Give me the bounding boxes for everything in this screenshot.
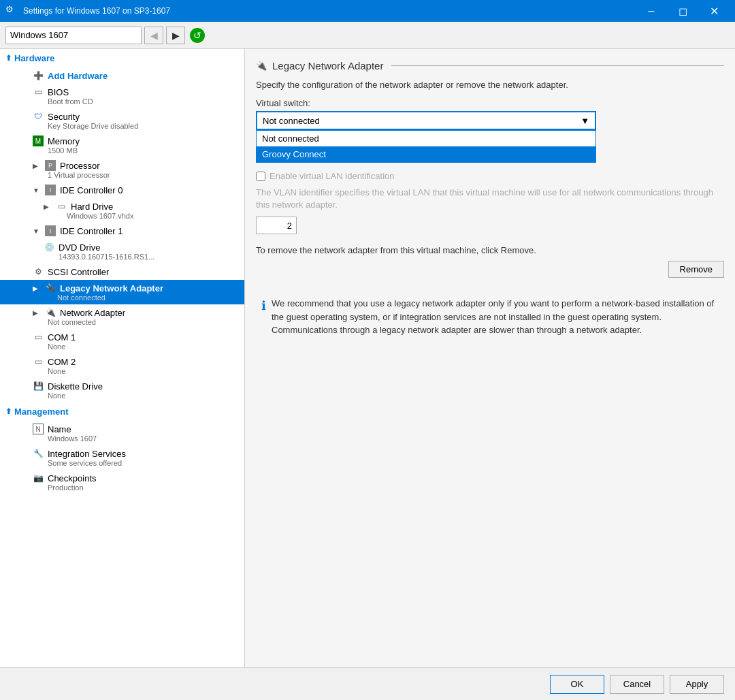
integration-sublabel: Some services offered [48,459,239,467]
harddrive-expand-icon: ▶ [44,203,52,210]
sidebar-item-com1[interactable]: ▭ COM 1 None [0,329,244,353]
com2-icon: ▭ [33,356,44,367]
sidebar-item-name[interactable]: N Name Windows 1607 [0,421,244,445]
processor-icon: P [45,160,56,171]
panel-content-below-dropdown: Enable virtual LAN identification The VL… [256,171,724,343]
vm-selector-wrapper: Windows 1607 [5,27,142,44]
processor-expand-icon: ▶ [33,162,41,170]
sidebar-item-scsi[interactable]: ⚙ SCSI Controller [0,264,244,280]
diskette-icon: 💾 [33,381,44,392]
sidebar-item-ide0[interactable]: ▼ I IDE Controller 0 [0,182,244,198]
com1-sublabel: None [48,343,239,351]
ide0-label: IDE Controller 0 [60,185,122,195]
processor-label: Processor [60,161,100,171]
forward-button[interactable]: ▶ [166,27,185,44]
refresh-button[interactable]: ↺ [188,26,207,45]
legacy-net-expand-icon: ▶ [33,285,41,292]
sidebar: ⬆ Hardware ➕ Add Hardware ▭ BIOS Boot fr… [0,49,245,667]
security-sublabel: Key Storage Drive disabled [48,122,239,130]
ok-button[interactable]: OK [550,675,604,694]
dropdown-option-not-connected[interactable]: Not connected [257,131,595,146]
vlan-input[interactable] [256,217,297,234]
security-icon: 🛡 [33,111,44,122]
vlan-checkbox-row: Enable virtual LAN identification [256,171,724,181]
checkpoints-sublabel: Production [48,483,239,492]
sidebar-item-bios[interactable]: ▭ BIOS Boot from CD [0,84,244,108]
harddrive-icon: ▭ [56,201,67,212]
hardware-section-header[interactable]: ⬆ Hardware [0,49,244,67]
memory-icon: M [33,136,44,146]
network-sublabel: Not connected [48,318,239,326]
network-expand-icon: ▶ [33,309,41,317]
ide0-expand-icon: ▼ [33,187,41,194]
scsi-label: SCSI Controller [48,267,109,277]
panel-header-icon: 🔌 [256,61,267,71]
com2-sublabel: None [48,367,239,375]
com1-label: COM 1 [48,332,76,343]
sidebar-item-network[interactable]: ▶ 🔌 Network Adapter Not connected [0,304,244,329]
dvd-sublabel: 14393.0.160715-1616.RS1... [59,253,239,261]
com2-label: COM 2 [48,357,76,367]
sidebar-item-legacy-net[interactable]: ▶ 🔌 Legacy Network Adapter Not connected [0,280,244,304]
info-text: We recommend that you use a legacy netwo… [272,297,719,337]
management-section-header[interactable]: ⬆ Management [0,402,244,421]
restore-button[interactable]: ◻ [667,0,698,22]
com1-icon: ▭ [33,332,44,343]
sidebar-item-diskette[interactable]: 💾 Diskette Drive None [0,378,244,402]
bios-sublabel: Boot from CD [48,97,239,106]
hardware-collapse-icon: ⬆ [5,54,12,63]
title-bar: ⚙ Settings for Windows 1607 on SP3-1607 … [0,0,735,22]
main-container: Windows 1607 ◀ ▶ ↺ ⬆ Hardware ➕ Add Hard… [0,22,735,700]
vm-selector[interactable]: Windows 1607 [5,27,142,44]
integration-icon: 🔧 [33,448,44,459]
diskette-label: Diskette Drive [48,381,103,392]
panel-divider [391,65,724,66]
name-sublabel: Windows 1607 [48,434,239,443]
dropdown-popup: Not connected Groovy Connect [256,130,596,163]
enable-vlan-label: Enable virtual LAN identification [270,171,395,181]
back-button[interactable]: ◀ [144,27,163,44]
dvd-label: DVD Drive [59,242,100,253]
vlan-description: The VLAN identifier specifies the virtua… [256,187,724,211]
virtual-switch-label: Virtual switch: [256,98,724,108]
cancel-button[interactable]: Cancel [610,675,664,694]
sidebar-item-processor[interactable]: ▶ P Processor 1 Virtual processor [0,157,244,182]
remove-description: To remove the network adapter from this … [256,245,724,255]
info-icon: ℹ [261,298,266,337]
security-label: Security [48,112,80,122]
sidebar-item-checkpoints[interactable]: 📷 Checkpoints Production [0,470,244,494]
ide1-label: IDE Controller 1 [60,226,122,236]
hardware-section-label: Hardware [14,53,54,63]
enable-vlan-checkbox[interactable] [256,172,265,181]
info-box: ℹ We recommend that you use a legacy net… [256,291,724,343]
minimize-button[interactable]: – [636,0,667,22]
name-icon: N [33,424,44,434]
sidebar-item-harddrive[interactable]: ▶ ▭ Hard Drive Windows 1607.vhdx [0,198,244,223]
sidebar-item-add-hardware[interactable]: ➕ Add Hardware [0,67,244,84]
dropdown-value: Not connected [263,116,320,126]
legacy-net-label: Legacy Network Adapter [60,283,163,293]
sidebar-item-integration[interactable]: 🔧 Integration Services Some services off… [0,445,244,470]
integration-label: Integration Services [48,449,126,459]
remove-button[interactable]: Remove [668,261,724,278]
virtual-switch-dropdown[interactable]: Not connected ▼ [256,111,596,130]
sidebar-item-ide1[interactable]: ▼ I IDE Controller 1 [0,223,244,239]
dropdown-option-groovy-connect[interactable]: Groovy Connect [257,146,595,162]
legacy-net-icon: 🔌 [45,283,56,293]
management-collapse-icon: ⬆ [5,407,12,416]
checkpoints-label: Checkpoints [48,473,97,483]
sidebar-item-security[interactable]: 🛡 Security Key Storage Drive disabled [0,108,244,133]
legacy-net-sublabel: Not connected [57,293,239,302]
ide0-icon: I [45,185,56,195]
close-button[interactable]: ✕ [698,0,730,22]
harddrive-sublabel: Windows 1607.vhdx [67,212,239,220]
sidebar-item-dvd[interactable]: 💿 DVD Drive 14393.0.160715-1616.RS1... [0,239,244,264]
sidebar-item-com2[interactable]: ▭ COM 2 None [0,353,244,378]
sidebar-item-memory[interactable]: M Memory 1500 MB [0,133,244,157]
apply-button[interactable]: Apply [670,675,724,694]
app-icon: ⚙ [5,4,19,18]
window-controls: – ◻ ✕ [636,0,730,22]
bios-label: BIOS [48,87,69,97]
bottom-bar: OK Cancel Apply [0,667,735,700]
network-icon: 🔌 [45,307,56,318]
